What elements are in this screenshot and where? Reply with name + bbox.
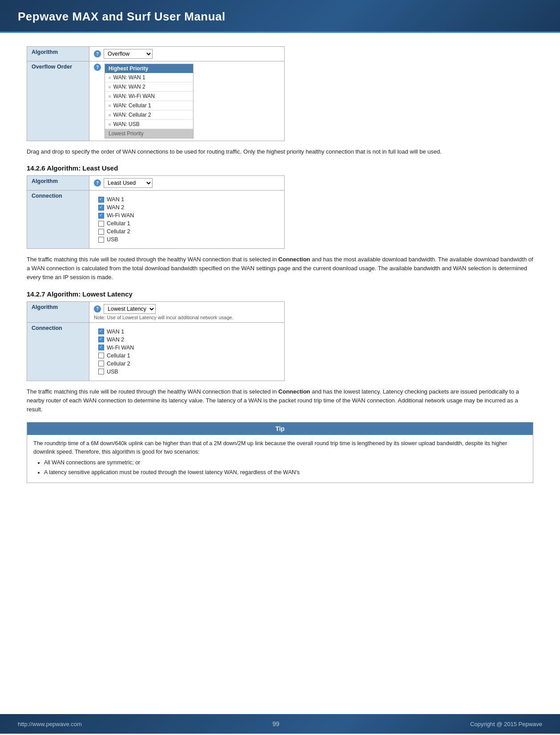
lowest-latency-select[interactable]: Lowest Latency	[104, 304, 156, 314]
section3-desc-bold: Connection	[278, 388, 310, 395]
lowest-latency-connection-cell: WAN 1 WAN 2 Wi-Fi WAN Cellular 1	[89, 322, 285, 381]
drag-icon-6: ≡	[109, 122, 111, 127]
wifi-label-ll: Wi-Fi WAN	[107, 345, 134, 351]
least-used-algorithm-row: Algorithm ? Least Used	[27, 176, 285, 191]
section3-description: The traffic matching this rule will be r…	[27, 387, 533, 414]
wan-item-5[interactable]: ≡ WAN: Cellular 2	[105, 110, 193, 120]
section3-desc-part1: The traffic matching this rule will be r…	[27, 388, 278, 395]
wan-item-1-label: WAN: WAN 1	[113, 74, 145, 81]
wifi-checkbox-ll[interactable]	[98, 345, 104, 350]
wan-item-6-label: WAN: USB	[113, 121, 140, 127]
algorithm-select[interactable]: Overflow	[104, 49, 153, 59]
wan1-checkbox-lu[interactable]	[98, 197, 104, 203]
lowest-latency-dropdown-group: ? Lowest Latency	[94, 304, 280, 314]
wan-item-4-label: WAN: Cellular 1	[113, 102, 151, 109]
wan1-checkbox-ll[interactable]	[98, 329, 104, 334]
overflow-order-cell: ? Highest Priority ≡ WAN: WAN 1 ≡ WAN: W…	[89, 61, 285, 141]
tip-bullet-2: A latency sensitive application must be …	[44, 468, 527, 477]
tip-box: Tip The roundtrip time of a 6M down/640k…	[27, 422, 533, 483]
list-item: USB	[98, 236, 275, 244]
least-used-algorithm-cell: ? Least Used	[89, 176, 285, 191]
cell1-label-lu: Cellular 1	[107, 220, 130, 227]
lowest-latency-connection-list: WAN 1 WAN 2 Wi-Fi WAN Cellular 1	[94, 325, 280, 378]
wan2-checkbox-lu[interactable]	[98, 205, 104, 211]
lowest-latency-table: Algorithm ? Lowest Latency Note: Use of …	[27, 301, 285, 381]
wan-item-1[interactable]: ≡ WAN: WAN 1	[105, 73, 193, 82]
wifi-checkbox-lu[interactable]	[98, 213, 104, 219]
overflow-order-label: Overflow Order	[27, 61, 89, 141]
least-used-algorithm-label: Algorithm	[27, 176, 89, 191]
list-item: Cellular 1	[98, 352, 275, 360]
usb-checkbox-lu[interactable]	[98, 237, 104, 243]
page-title: Pepwave MAX and Surf User Manual	[18, 10, 542, 24]
wifi-label-lu: Wi-Fi WAN	[107, 212, 134, 219]
overflow-table: Algorithm ? Overflow Overflow Order ? Hi…	[27, 46, 285, 141]
algorithm-help-icon[interactable]: ?	[94, 50, 101, 57]
tip-bullet-list: All WAN connections are symmetric; or A …	[33, 459, 527, 477]
priority-header-label: Highest Priority	[105, 64, 193, 73]
wan2-checkbox-ll[interactable]	[98, 337, 104, 342]
list-item: USB	[98, 368, 275, 376]
section2-description: The traffic matching this rule will be r…	[27, 255, 533, 282]
usb-label-ll: USB	[107, 369, 118, 375]
section1-description: Drag and drop to specify the order of WA…	[27, 147, 533, 156]
overflow-order-row: Overflow Order ? Highest Priority ≡ WAN:…	[27, 61, 285, 141]
cell1-checkbox-ll[interactable]	[98, 353, 104, 358]
footer-copyright: Copyright @ 2015 Pepwave	[470, 721, 542, 727]
section2-desc-bold: Connection	[278, 256, 310, 263]
list-item: Cellular 2	[98, 227, 275, 236]
wan-item-3-label: WAN: Wi-Fi WAN	[113, 93, 155, 99]
overflow-order-help-icon[interactable]: ?	[94, 64, 101, 71]
least-used-connection-list: WAN 1 WAN 2 Wi-Fi WAN Cellular 1	[94, 193, 280, 246]
cell1-checkbox-lu[interactable]	[98, 221, 104, 227]
tip-body-text: The roundtrip time of a 6M down/640k upl…	[33, 440, 507, 455]
lowest-latency-algorithm-cell: ? Lowest Latency Note: Use of Lowest Lat…	[89, 301, 285, 322]
list-item: Cellular 1	[98, 219, 275, 227]
algorithm-label: Algorithm	[27, 47, 89, 61]
least-used-select[interactable]: Least Used	[104, 178, 153, 188]
list-item: Wi-Fi WAN	[98, 211, 275, 219]
wan-item-3[interactable]: ≡ WAN: Wi-Fi WAN	[105, 92, 193, 101]
wan1-label-lu: WAN 1	[107, 196, 124, 203]
overflow-priority-list: Highest Priority ≡ WAN: WAN 1 ≡ WAN: WAN…	[105, 64, 193, 138]
list-item: Wi-Fi WAN	[98, 344, 275, 352]
drag-icon-2: ≡	[109, 85, 111, 89]
list-item: WAN 1	[98, 195, 275, 203]
page-header: Pepwave MAX and Surf User Manual	[0, 0, 560, 33]
footer-page: 99	[273, 720, 280, 727]
wan-item-2-label: WAN: WAN 2	[113, 84, 145, 90]
section3-heading: 14.2.7 Algorithm: Lowest Latency	[27, 290, 533, 298]
footer-url: http://www.pepwave.com	[18, 721, 82, 727]
tip-header: Tip	[27, 422, 533, 435]
cell2-label-ll: Cellular 2	[107, 361, 130, 367]
cell2-checkbox-lu[interactable]	[98, 229, 104, 235]
wan-item-5-label: WAN: Cellular 2	[113, 112, 151, 118]
algorithm-row: Algorithm ? Overflow	[27, 47, 285, 61]
wan-item-4[interactable]: ≡ WAN: Cellular 1	[105, 101, 193, 110]
lowest-latency-connection-row: Connection WAN 1 WAN 2 Wi-Fi WAN	[27, 322, 285, 381]
drag-icon-5: ≡	[109, 113, 111, 118]
wan2-label-ll: WAN 2	[107, 337, 124, 343]
tip-bullet-1: All WAN connections are symmetric; or	[44, 459, 527, 467]
wan1-label-ll: WAN 1	[107, 329, 124, 335]
main-content: Algorithm ? Overflow Overflow Order ? Hi…	[0, 33, 560, 714]
list-item: WAN 2	[98, 203, 275, 211]
section2-desc-part1: The traffic matching this rule will be r…	[27, 256, 278, 263]
least-used-connection-row: Connection WAN 1 WAN 2 Wi-Fi WAN	[27, 191, 285, 249]
wan2-label-lu: WAN 2	[107, 204, 124, 211]
least-used-connection-cell: WAN 1 WAN 2 Wi-Fi WAN Cellular 1	[89, 191, 285, 249]
priority-footer-label: Lowest Priority	[105, 129, 193, 138]
lowest-latency-algorithm-row: Algorithm ? Lowest Latency Note: Use of …	[27, 301, 285, 322]
cell2-checkbox-ll[interactable]	[98, 361, 104, 366]
cell2-label-lu: Cellular 2	[107, 228, 130, 235]
wan-item-6[interactable]: ≡ WAN: USB	[105, 120, 193, 129]
lowest-latency-algorithm-label: Algorithm	[27, 301, 89, 322]
lowest-latency-help-icon[interactable]: ?	[94, 305, 101, 313]
wan-item-2[interactable]: ≡ WAN: WAN 2	[105, 82, 193, 92]
cell1-label-ll: Cellular 1	[107, 353, 130, 359]
usb-label-lu: USB	[107, 236, 118, 243]
least-used-help-icon[interactable]: ?	[94, 179, 101, 187]
list-item: Cellular 2	[98, 360, 275, 368]
least-used-table: Algorithm ? Least Used Connection WAN 1	[27, 175, 285, 249]
usb-checkbox-ll[interactable]	[98, 369, 104, 374]
